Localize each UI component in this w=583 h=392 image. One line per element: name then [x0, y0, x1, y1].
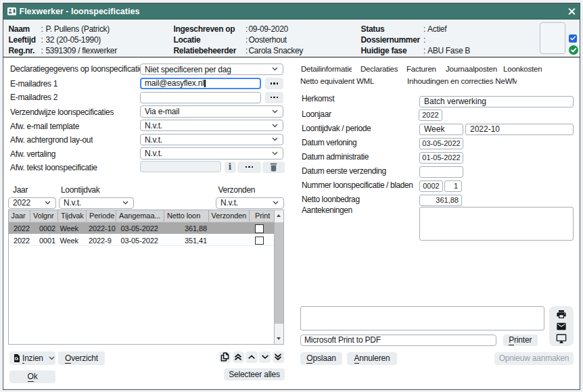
move-top-button[interactable] [233, 351, 244, 363]
opslaan-button[interactable]: Opslaan [300, 352, 342, 366]
printer-icon[interactable] [556, 309, 567, 320]
emailadres1-more-button[interactable] [265, 78, 283, 89]
tab-facturen[interactable]: Facturen [406, 65, 436, 74]
afw-vertaling-select[interactable]: N.v.t. [140, 147, 283, 160]
table-header-row: Jaar Volgnr Tijdvak Periode Aangemaa... … [9, 210, 274, 222]
col-verzonden[interactable]: Verzonden [209, 210, 250, 222]
cell-volgnr: 0002 [30, 222, 58, 234]
titlebar[interactable]: Flexwerker - loonspecificaties [3, 3, 580, 20]
afw-tekst-info-button[interactable]: i [225, 162, 236, 173]
select-value: N.v.t. [145, 120, 283, 131]
col-print[interactable]: Print [250, 210, 274, 222]
cell-aangemaakt: 03-05-2022 [116, 222, 164, 234]
selecteer-alles-button[interactable]: Selecteer alles [224, 368, 285, 381]
scrollbar-thumb[interactable] [275, 222, 284, 324]
print-preview-box[interactable] [300, 306, 544, 330]
envelope-icon[interactable] [556, 321, 567, 332]
verzonden-filter-select[interactable]: N.v.t. [216, 197, 284, 210]
jaar-filter-select[interactable]: 2022 [8, 197, 56, 210]
nummer-field: 0002 [419, 180, 443, 192]
emailadres2-input[interactable] [140, 92, 261, 103]
emailadres1-label: E-mailadres 1 [10, 79, 57, 89]
tab-declaraties[interactable]: Declaraties [360, 65, 400, 74]
col-tijdvak[interactable]: Tijdvak [58, 210, 87, 222]
contact-card-icon [7, 7, 17, 16]
colon: : [41, 45, 43, 56]
chevron-down-icon [49, 356, 55, 360]
emailadres2-more-button[interactable] [265, 92, 283, 103]
nummer-loonspecificatie-label: Nummer loonspecificatie / bladen [302, 180, 413, 190]
table-row[interactable]: 2022 0001 Week 2022-9 03-05-2022 351,41 [9, 235, 274, 246]
monitor-icon[interactable] [556, 333, 567, 344]
afw-tekst-label: Afw. tekst loonspecificatie [10, 163, 97, 172]
field-value: 01-05-2022 [422, 153, 460, 162]
printer-button[interactable]: Printer [503, 335, 538, 347]
copy-row-button[interactable] [219, 351, 231, 363]
inzien-button[interactable]: Inzien [9, 351, 55, 365]
close-icon[interactable] [565, 5, 578, 18]
ok-button[interactable]: Ok [9, 370, 55, 384]
declaratiegegevens-select[interactable]: Niet specificeren per dag [140, 64, 283, 76]
printer-name-input[interactable]: Microsoft Print to PDF [300, 335, 496, 347]
colon: : [423, 34, 425, 45]
datum-eerste-verzending-label: Datum eerste verzending [302, 166, 386, 176]
table-scrollbar[interactable] [274, 210, 284, 344]
opnieuw-aanmaken-button[interactable]: Opnieuw aanmaken [494, 352, 574, 366]
afw-email-template-select[interactable]: N.v.t. [140, 120, 283, 132]
col-aangemaakt[interactable]: Aangemaa... [116, 210, 164, 222]
tab-loonkosten[interactable]: Loonkosten [503, 65, 542, 74]
loontijdvak-filter-select[interactable]: N.v.t. [59, 197, 134, 210]
table-row[interactable]: 2022 0002 Week 2022-10 03-05-2022 361,88 [9, 222, 274, 234]
annuleren-button[interactable]: Annuleren [347, 352, 397, 366]
cell-aangemaakt: 03-05-2022 [116, 235, 164, 245]
loontijdvak-filter-label: Loontijdvak [61, 185, 99, 195]
chevron-down-icon [261, 353, 269, 361]
overzicht-button[interactable]: Overzicht [58, 351, 105, 365]
afw-tekst-delete-button[interactable] [262, 162, 285, 173]
tab-netto-equivalent-wml[interactable]: Netto equivalent WML [300, 77, 374, 86]
print-checkbox[interactable] [255, 224, 264, 233]
afw-achtergrond-select[interactable]: N.v.t. [140, 134, 283, 146]
print-checkbox[interactable] [255, 237, 264, 245]
verzendwijze-select[interactable]: Via e-mail [140, 105, 283, 118]
flexwerker-loonspecificaties-dialog: Flexwerker - loonspecificaties Naam : P.… [0, 0, 583, 392]
loonjaar-label: Loonjaar [302, 109, 331, 119]
document-icon [14, 354, 20, 362]
chevron-down-icon [272, 124, 278, 128]
afw-tekst-more-button[interactable] [237, 162, 261, 173]
col-volgnr[interactable]: Volgnr [30, 210, 58, 222]
datum-verloning-label: Datum verloning [302, 138, 356, 147]
netto-loonbedrag-label: Netto loonbedrag [302, 195, 360, 204]
emailadres1-input[interactable]: mail@easyflex.nl [140, 78, 261, 89]
tab-detailinformatie[interactable]: Detailinformatie [301, 65, 352, 74]
herkomst-field: Batch verwerking [419, 96, 574, 107]
colon: : [246, 34, 248, 45]
tab-journaalposten[interactable]: Journaalposten [446, 65, 497, 74]
colon: : [423, 24, 425, 34]
move-bottom-button[interactable] [273, 351, 284, 363]
opslaan-label: Opslaan [306, 353, 335, 363]
tab-inhoudingen-correcties[interactable]: Inhoudingen en correcties NeWML [407, 77, 517, 86]
status-checkbox[interactable] [569, 34, 577, 43]
chevron-down-icon [272, 151, 278, 155]
cell-print [250, 222, 274, 234]
window-title: Flexwerker - loonspecificaties [20, 7, 140, 16]
scroll-up-button[interactable] [275, 210, 284, 221]
col-periode[interactable]: Periode [87, 210, 116, 222]
aantekeningen-textarea[interactable] [419, 207, 574, 241]
chevron-down-icon [273, 201, 279, 205]
colon: : [41, 34, 43, 45]
select-value: N.v.t. [145, 134, 283, 145]
scroll-down-button[interactable] [275, 333, 284, 344]
netto-loonbedrag-field: 361,88 [419, 195, 462, 206]
col-jaar[interactable]: Jaar [9, 210, 31, 222]
move-up-button[interactable] [246, 351, 257, 363]
move-down-button[interactable] [259, 351, 271, 363]
loontijdvak-periode-label: Loontijdvak / periode [302, 124, 371, 133]
col-netto-loon[interactable]: Netto loon [164, 210, 209, 222]
cell-jaar: 2022 [9, 235, 31, 245]
select-value: Via e-mail [145, 106, 283, 117]
cell-tijdvak: Week [58, 222, 87, 234]
datum-eerste-verzending-field [419, 166, 463, 178]
field-value: 2022 [422, 111, 438, 119]
